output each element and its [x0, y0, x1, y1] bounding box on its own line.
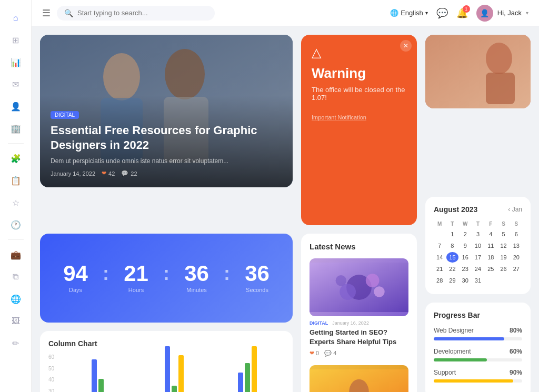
news-section-title: Latest News	[310, 242, 408, 251]
sidebar-item-edit[interactable]: ✏	[6, 334, 25, 353]
progress-pct-1: 80%	[510, 327, 522, 334]
cal-day[interactable]: 2	[460, 229, 471, 239]
countdown-days: 94 Days	[51, 263, 101, 293]
chart-card: Column Chart 60 50 40 30 20 10 0	[40, 331, 293, 392]
sidebar-item-briefcase[interactable]: 💼	[6, 245, 25, 264]
hero-likes: ❤ 42	[102, 170, 115, 177]
cal-day[interactable]: 10	[472, 240, 484, 251]
sidebar-item-building[interactable]: 🏢	[6, 119, 25, 138]
cal-day[interactable]: 12	[497, 240, 509, 251]
cal-day	[485, 275, 496, 286]
cal-day[interactable]: 28	[434, 275, 445, 286]
cal-day[interactable]: 24	[472, 264, 484, 274]
sidebar-item-star[interactable]: ☆	[6, 193, 25, 212]
cal-day[interactable]: 18	[485, 252, 496, 263]
news-item-title-1[interactable]: Getting Started in SEO? Experts Share He…	[310, 328, 408, 347]
cal-day[interactable]: 19	[497, 252, 509, 263]
warning-close-button[interactable]: ✕	[400, 40, 412, 52]
search-box[interactable]: 🔍	[57, 6, 215, 21]
cal-day[interactable]: 5	[497, 229, 509, 239]
username-label: Hi, Jack	[497, 9, 522, 17]
news-item-1: DIGITAL January 16, 2022 Getting Started…	[310, 258, 408, 357]
cal-day[interactable]: 1	[446, 229, 458, 239]
cal-day[interactable]: 31	[472, 275, 484, 286]
cal-header-tue: T	[446, 220, 458, 228]
sidebar-item-home[interactable]: ⌂	[6, 8, 25, 27]
sidebar-item-image[interactable]: 🖼	[6, 311, 25, 330]
sidebar-item-clipboard[interactable]: 📋	[6, 171, 25, 190]
cal-day[interactable]: 14	[434, 252, 445, 263]
cal-day[interactable]: 21	[434, 264, 445, 274]
cal-day[interactable]: 29	[446, 275, 458, 286]
bar-2014-data3	[178, 355, 184, 392]
cal-day[interactable]: 25	[485, 264, 496, 274]
cal-day[interactable]: 11	[485, 240, 496, 251]
cal-day[interactable]: 17	[472, 252, 484, 263]
cal-day[interactable]: 23	[460, 264, 471, 274]
hero-date: January 14, 2022	[51, 170, 95, 177]
cal-day[interactable]: 16	[460, 252, 471, 263]
sidebar: ⌂ ⊞ 📊 ✉ 👤 🏢 🧩 📋 ☆ 🕐 💼 ⧉ 🌐 🖼 ✏	[0, 0, 32, 392]
sidebar-item-globe[interactable]: 🌐	[6, 289, 25, 308]
cal-day[interactable]: 13	[511, 240, 522, 251]
calendar-prev-button[interactable]: ‹ Jan	[508, 206, 522, 213]
countdown-sep-3: :	[222, 263, 232, 285]
y-label-40: 40	[48, 377, 54, 383]
hero-content: DIGITAL Essential Free Resources for Gra…	[40, 99, 293, 187]
cal-header-wed: W	[460, 220, 471, 228]
cal-day[interactable]: 20	[511, 252, 522, 263]
language-selector[interactable]: 🌐 English ▾	[390, 9, 428, 17]
hero-card: DIGITAL Essential Free Resources for Gra…	[40, 35, 293, 187]
cal-day[interactable]: 8	[446, 240, 458, 251]
cal-day[interactable]: 3	[472, 229, 484, 239]
progress-bg-1	[434, 337, 522, 340]
user-menu[interactable]: 👤 Hi, Jack ▾	[476, 5, 528, 22]
countdown-sep-1: :	[101, 263, 111, 285]
cal-day[interactable]: 7	[434, 240, 445, 251]
svg-point-12	[374, 286, 385, 297]
cal-day	[434, 229, 445, 239]
bar-2015-data1	[238, 373, 243, 392]
hero-description: Dem ut perspiciatis unde omnis iste natu…	[51, 157, 282, 165]
bar-2014-data2	[172, 386, 177, 392]
messages-icon[interactable]: 💬	[436, 7, 448, 19]
sidebar-item-puzzle[interactable]: 🧩	[6, 149, 25, 168]
cal-day	[511, 275, 522, 286]
cal-day[interactable]: 27	[511, 264, 522, 274]
nav-right: 🌐 English ▾ 💬 🔔 1 👤 Hi, Jack ▾	[390, 5, 528, 22]
news-likes-1: ❤ 0	[310, 350, 319, 357]
cal-day[interactable]: 30	[460, 275, 471, 286]
warning-link[interactable]: Important Notification	[312, 114, 366, 121]
menu-icon[interactable]: ☰	[42, 7, 51, 19]
countdown-seconds: 36 Seconds	[232, 263, 282, 293]
y-label-50: 50	[48, 366, 54, 371]
sidebar-item-grid[interactable]: ⊞	[6, 31, 25, 49]
countdown-hours-label: Hours	[128, 287, 144, 293]
sidebar-item-chart[interactable]: 📊	[6, 53, 25, 72]
cal-day[interactable]: 6	[511, 229, 522, 239]
chart-y-labels: 60 50 40 30 20 10 0	[48, 354, 54, 392]
progress-item-support: Support 90%	[434, 369, 522, 383]
bar-2013-data1	[92, 359, 97, 392]
cal-day-today[interactable]: 15	[446, 252, 458, 263]
hero-title: Essential Free Resources for Graphic Des…	[51, 123, 282, 153]
cal-day[interactable]: 9	[460, 240, 471, 251]
sidebar-item-clock[interactable]: 🕐	[6, 215, 25, 234]
search-input[interactable]	[77, 9, 207, 17]
cal-day	[497, 275, 509, 286]
cal-day[interactable]: 22	[446, 264, 458, 274]
warning-message: The office will be closed on the 1.07!	[312, 86, 406, 102]
sidebar-item-user[interactable]: 👤	[6, 97, 25, 116]
news-item-2: DIGITAL January 16, 2022 Inspiring Desig…	[310, 365, 408, 392]
progress-header-2: Development 60%	[434, 348, 522, 355]
countdown-minutes-value: 36	[184, 263, 209, 285]
cal-day[interactable]: 4	[485, 229, 496, 239]
chart-group-2015: 2015	[216, 346, 279, 392]
cal-day[interactable]: 26	[497, 264, 509, 274]
sidebar-item-layers[interactable]: ⧉	[6, 267, 25, 286]
calendar-header: August 2023 ‹ Jan	[434, 205, 522, 214]
notifications-icon[interactable]: 🔔 1	[456, 7, 468, 19]
sidebar-item-mail[interactable]: ✉	[6, 75, 25, 94]
hero-comments: 💬 22	[121, 170, 137, 177]
progress-title: Progress Bar	[434, 311, 522, 319]
